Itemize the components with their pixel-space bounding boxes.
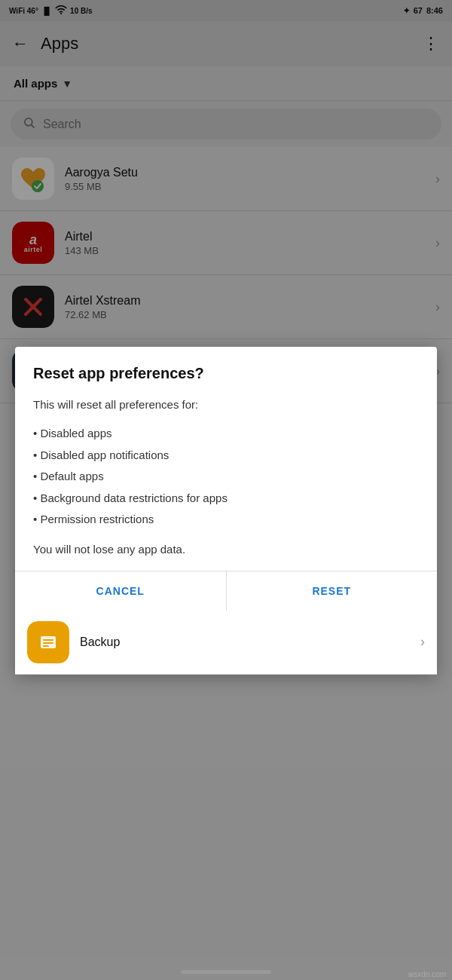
app-icon-backup: [27, 621, 69, 663]
cancel-button[interactable]: CANCEL: [15, 571, 226, 611]
svg-rect-14: [43, 645, 49, 647]
chevron-right-icon: ›: [420, 634, 425, 650]
dialog-buttons: CANCEL RESET: [15, 571, 437, 611]
app-info: Backup: [80, 635, 410, 649]
dialog-body: This will reset all preferences for:: [33, 396, 419, 414]
reset-preferences-dialog: Reset app preferences? This will reset a…: [15, 347, 437, 675]
svg-rect-12: [43, 639, 53, 641]
watermark: wsxdn.com: [408, 970, 446, 978]
list-item-permissions: • Permission restrictions: [33, 509, 419, 531]
dialog-list: • Disabled apps • Disabled app notificat…: [33, 423, 419, 531]
dialog-overlay: Reset app preferences? This will reset a…: [0, 0, 452, 980]
app-name: Backup: [80, 635, 410, 649]
list-item[interactable]: Backup ›: [15, 611, 437, 675]
dialog-note: You will not lose any app data.: [33, 543, 419, 556]
list-item-default-apps: • Default apps: [33, 466, 419, 488]
list-item-disabled-notifications: • Disabled app notifications: [33, 445, 419, 467]
home-bar: [181, 970, 271, 974]
list-item-background-data: • Background data restrictions for apps: [33, 488, 419, 510]
list-item-disabled-apps: • Disabled apps: [33, 423, 419, 445]
reset-button[interactable]: RESET: [227, 571, 438, 611]
svg-rect-13: [43, 642, 53, 644]
dialog-title: Reset app preferences?: [33, 365, 419, 382]
